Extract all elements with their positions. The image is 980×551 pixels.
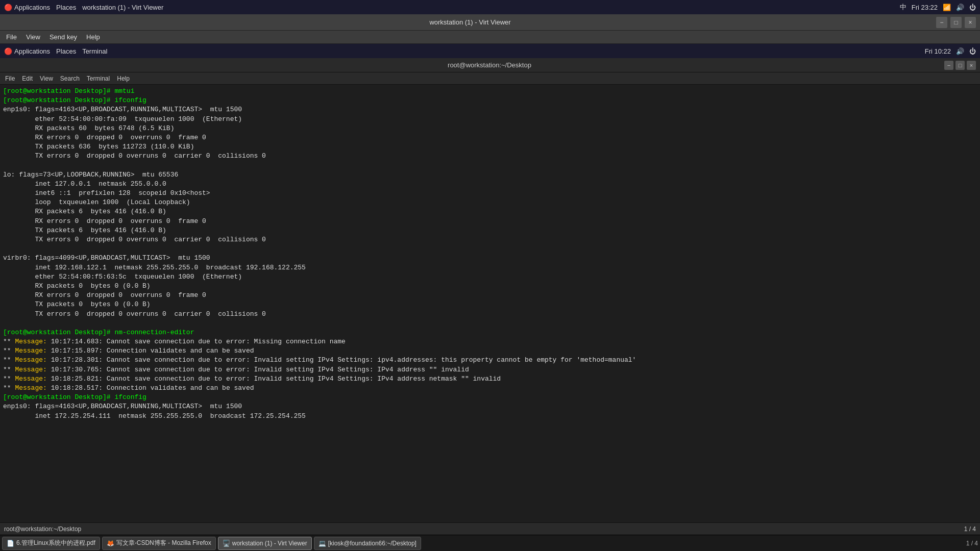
taskbar-virt-icon: 🖥️ [223,540,230,547]
taskbar-page-indicator: 1 / 4 [966,540,978,547]
terminal-menu-view[interactable]: View [37,74,56,83]
window-title-topbar: workstation (1) - Virt Viewer [82,4,163,11]
terminal-titlebar: root@workstation:~/Desktop − □ × [0,58,980,72]
taskbar-item-firefox[interactable]: 🦊 写文章-CSDN博客 - Mozilla Firefox [102,537,216,550]
terminal-menu-help[interactable]: Help [114,74,133,83]
status-right: 1 / 4 [964,525,976,533]
terminal-close-button[interactable]: × [967,61,976,70]
terminal-window: root@workstation:~/Desktop − □ × File Ed… [0,58,980,535]
inner-panel-left: 🔴 Applications Places Terminal [4,47,107,55]
taskbar-item-pdf[interactable]: 📄 6.管理Linux系统中的进程.pdf [2,537,100,550]
inner-applications-menu[interactable]: 🔴 Applications [4,47,50,55]
inner-time: Fri 10:22 [925,47,951,55]
virt-minimize-button[interactable]: − [936,17,947,28]
terminal-status-bar: root@workstation:~/Desktop 1 / 4 [0,522,980,535]
network-icon: 📶 [943,4,951,11]
volume-icon: 🔊 [956,4,964,11]
virt-viewer-menubar: File View Send key Help [0,31,980,44]
taskbar-virt-label: workstation (1) - Virt Viewer [232,540,307,547]
system-bar-left: 🔴 Applications Places workstation (1) - … [4,4,163,11]
chinese-indicator: 中 [900,3,906,12]
taskbar-firefox-label: 写文章-CSDN博客 - Mozilla Firefox [116,539,211,547]
virt-viewer-titlebar: workstation (1) - Virt Viewer − □ × [0,14,980,31]
terminal-titlebar-buttons[interactable]: − □ × [944,61,976,70]
system-bar-right: 中 Fri 23:22 📶 🔊 ⏻ [900,3,976,12]
taskbar-item-kiosk[interactable]: 💻 [kiosk@foundation66:~/Desktop] [314,537,421,550]
power-icon: ⏻ [969,4,976,11]
status-left: root@workstation:~/Desktop [4,525,81,533]
applications-menu[interactable]: 🔴 Applications [4,4,50,11]
inner-gnome-panel: 🔴 Applications Places Terminal Fri 10:22… [0,44,980,58]
virt-viewer-title: workstation (1) - Virt Viewer [4,18,936,26]
terminal-maximize-button[interactable]: □ [955,61,965,70]
inner-terminal-label[interactable]: Terminal [82,47,107,55]
terminal-title: root@workstation:~/Desktop [35,61,944,69]
taskbar-kiosk-label: [kiosk@foundation66:~/Desktop] [328,540,416,547]
applications-label[interactable]: Applications [14,4,50,11]
taskbar-firefox-icon: 🦊 [107,540,114,547]
places-label[interactable]: Places [56,4,76,11]
virt-menu-sendkey[interactable]: Send key [45,32,81,42]
virt-menu-help[interactable]: Help [82,32,104,42]
taskbar: 📄 6.管理Linux系统中的进程.pdf 🦊 写文章-CSDN博客 - Moz… [0,535,980,551]
virt-menu-file[interactable]: File [2,32,21,42]
page-number: 1 / 4 [966,540,978,547]
terminal-output[interactable]: [root@workstation Desktop]# mmtui [root@… [0,85,980,522]
inner-applications-label[interactable]: Applications [14,47,50,55]
vm-display-area: 🔴 Applications Places Terminal Fri 10:22… [0,44,980,535]
taskbar-item-virtviewer[interactable]: 🖥️ workstation (1) - Virt Viewer [218,537,312,550]
apps-icon: 🔴 [4,4,12,11]
virt-titlebar-right-buttons[interactable]: − □ × [936,17,976,28]
terminal-menu-search[interactable]: Search [57,74,83,83]
inner-apps-icon: 🔴 [4,47,12,55]
taskbar-pdf-label: 6.管理Linux系统中的进程.pdf [16,539,95,547]
terminal-menu-terminal[interactable]: Terminal [84,74,113,83]
datetime-display: Fri 23:22 [912,4,938,11]
terminal-menubar: File Edit View Search Terminal Help [0,72,980,85]
virt-maximize-button[interactable]: □ [950,17,962,28]
inner-volume-icon: 🔊 [956,47,964,55]
system-bar: 🔴 Applications Places workstation (1) - … [0,0,980,14]
terminal-menu-file[interactable]: File [2,74,18,83]
inner-panel-right: Fri 10:22 🔊 ⏻ [925,47,976,55]
taskbar-pdf-icon: 📄 [7,540,14,547]
outer-window: 🔴 Applications Places workstation (1) - … [0,0,980,551]
virt-close-button[interactable]: × [965,17,976,28]
virt-menu-view[interactable]: View [22,32,44,42]
terminal-minimize-button[interactable]: − [944,61,953,70]
inner-power-icon: ⏻ [969,47,976,55]
terminal-menu-edit[interactable]: Edit [19,74,36,83]
inner-places-label[interactable]: Places [56,47,76,55]
taskbar-kiosk-icon: 💻 [318,540,326,547]
